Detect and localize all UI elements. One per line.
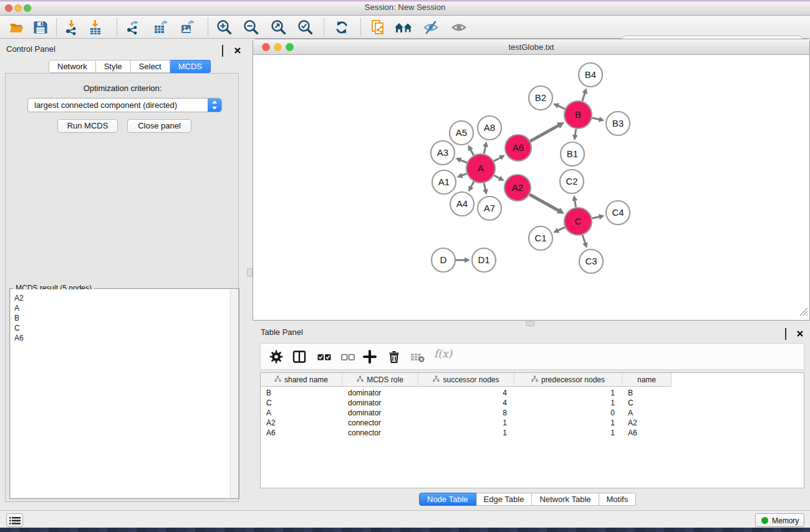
graph-node-A1[interactable]: A1 (432, 170, 456, 194)
graph-edge-B-B2[interactable] (553, 104, 565, 109)
add-column-icon[interactable] (362, 349, 377, 367)
graph-node-D1[interactable]: D1 (472, 248, 496, 272)
network-window-titlebar[interactable]: testGlobe.txt (253, 39, 809, 55)
tab-mcds[interactable]: MCDS (170, 60, 211, 73)
graph-edge-A-A1[interactable] (457, 173, 467, 178)
tab-select[interactable]: Select (131, 60, 170, 73)
table-row[interactable]: Cdominator41C (261, 398, 804, 408)
mcds-result-item[interactable]: B (14, 313, 238, 323)
column-header-successor-nodes[interactable]: successor nodes (418, 373, 514, 387)
graph-edge-C-C4[interactable] (592, 214, 604, 220)
mcds-result-scrollbar[interactable] (230, 289, 238, 498)
graph-node-C1[interactable]: C1 (529, 226, 552, 250)
graph-edge-A-A3[interactable] (455, 158, 466, 163)
refresh-icon[interactable] (334, 19, 350, 36)
delete-column-icon[interactable] (387, 349, 402, 367)
open-file-icon[interactable] (9, 19, 25, 36)
run-mcds-button[interactable]: Run MCDS (57, 119, 118, 133)
select-all-icon[interactable] (317, 349, 332, 367)
graph-edge-D-D1[interactable] (456, 258, 470, 263)
function-builder-icon[interactable]: f(x) (434, 347, 452, 360)
tab-network-table[interactable]: Network Table (532, 493, 599, 506)
horizontal-splitter-handle[interactable] (526, 321, 534, 326)
table-row[interactable]: A6connector11A6 (261, 428, 804, 438)
table-panel-float-icon[interactable] (785, 329, 793, 336)
graph-edge-A6-B[interactable] (530, 122, 564, 141)
graph-edge-A-A4[interactable] (468, 181, 474, 191)
graph-edge-A-A6[interactable] (494, 155, 505, 162)
mcds-result-item[interactable]: A (14, 303, 238, 313)
settings-gear-icon[interactable] (269, 349, 284, 367)
tab-edge-table[interactable]: Edge Table (476, 493, 533, 506)
column-header-shared-name[interactable]: shared name (261, 373, 342, 387)
graph-edge-A-A2[interactable] (494, 175, 504, 181)
panel-splitter-handle[interactable] (247, 268, 253, 277)
graph-node-D[interactable]: D (432, 248, 455, 272)
zoom-in-icon[interactable] (216, 19, 233, 36)
graph-node-C[interactable]: C (564, 208, 592, 235)
export-network-icon[interactable] (125, 19, 141, 36)
graph-edge-A-A8[interactable] (483, 142, 488, 154)
import-network-icon[interactable] (64, 19, 80, 36)
column-header-predecessor-nodes[interactable]: predecessor nodes (514, 373, 622, 387)
graph-node-A[interactable]: A (466, 154, 495, 183)
mcds-result-item[interactable]: A6 (14, 333, 238, 343)
graph-node-A2[interactable]: A2 (504, 175, 531, 201)
graph-node-B3[interactable]: B3 (606, 112, 630, 135)
graph-node-B1[interactable]: B1 (561, 142, 584, 166)
graph-node-B2[interactable]: B2 (529, 86, 552, 110)
table-panel-close-icon[interactable] (796, 329, 804, 336)
mcds-result-item[interactable]: A2 (14, 293, 238, 303)
show-all-icon[interactable] (451, 19, 467, 36)
control-panel-close-icon[interactable] (234, 46, 241, 53)
table-row[interactable]: Adominator80A (261, 408, 804, 418)
table-row[interactable]: A2connector11A2 (261, 418, 804, 428)
graph-edge-A-A7[interactable] (483, 183, 488, 195)
save-session-icon[interactable] (32, 19, 49, 36)
criterion-dropdown[interactable]: largest connected component (directed) (27, 98, 222, 112)
control-panel-float-icon[interactable] (222, 46, 229, 53)
graph-edge-C-C3[interactable] (582, 235, 588, 248)
new-network-from-selection-icon[interactable] (370, 19, 387, 36)
column-layout-icon[interactable] (292, 349, 307, 367)
network-canvas[interactable]: AA1A3A5A8A4A7A6A2BB2B4B3B1CC2C4C1C3DD1 (253, 55, 809, 320)
graph-node-A4[interactable]: A4 (450, 192, 474, 216)
export-image-icon[interactable] (180, 19, 196, 36)
graph-edge-B-B3[interactable] (592, 117, 604, 122)
column-header-MCDS-role[interactable]: MCDS role (342, 373, 418, 387)
graph-node-B[interactable]: B (564, 101, 592, 128)
graph-node-A5[interactable]: A5 (450, 121, 473, 145)
import-table-icon[interactable] (87, 19, 104, 36)
column-header-name[interactable]: name (622, 373, 672, 387)
graph-edge-B-B1[interactable] (572, 129, 578, 140)
memory-button[interactable]: Memory (755, 513, 804, 527)
export-table-icon[interactable] (153, 19, 169, 36)
graph-edge-A2-C[interactable] (529, 195, 564, 214)
table-row[interactable]: Bdominator41B (261, 388, 804, 398)
tab-style[interactable]: Style (96, 60, 131, 73)
graph-edge-B-B4[interactable] (582, 88, 587, 101)
graph-node-C2[interactable]: C2 (560, 170, 584, 193)
zoom-selected-icon[interactable] (297, 19, 314, 36)
task-history-button[interactable] (6, 513, 23, 527)
graph-node-A8[interactable]: A8 (478, 116, 501, 140)
graph-node-A6[interactable]: A6 (505, 135, 531, 161)
zoom-out-icon[interactable] (243, 19, 259, 36)
graph-edge-C-C1[interactable] (553, 227, 565, 233)
mcds-result-item[interactable]: C (14, 323, 238, 333)
tab-motifs[interactable]: Motifs (599, 493, 637, 506)
tab-network[interactable]: Network (49, 60, 96, 73)
delete-table-icon[interactable] (410, 349, 426, 367)
resize-grip-icon[interactable] (799, 307, 808, 319)
first-neighbors-icon[interactable] (394, 19, 410, 36)
graph-node-B4[interactable]: B4 (579, 63, 602, 87)
graph-edge-A-A5[interactable] (468, 145, 474, 155)
zoom-fit-icon[interactable] (271, 19, 287, 36)
graph-node-C4[interactable]: C4 (606, 201, 630, 225)
deselect-all-icon[interactable] (340, 349, 355, 367)
graph-edge-C-C2[interactable] (572, 195, 577, 208)
graph-node-A7[interactable]: A7 (478, 196, 501, 220)
tab-node-table[interactable]: Node Table (419, 493, 476, 506)
close-panel-button[interactable]: Close panel (127, 119, 191, 133)
graph-node-A3[interactable]: A3 (431, 141, 455, 165)
